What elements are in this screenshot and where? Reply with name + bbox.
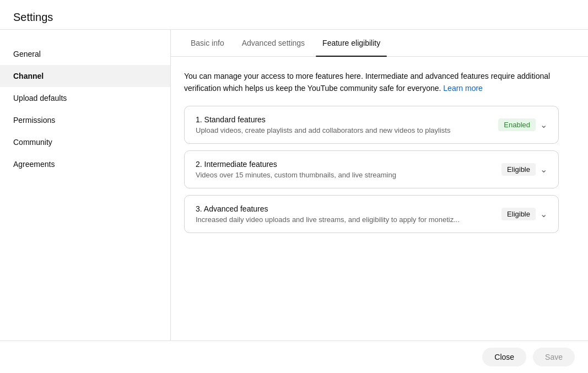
sidebar-item-label-permissions: Permissions — [13, 116, 55, 125]
sidebar: General Channel Upload defaults Permissi… — [0, 30, 171, 340]
feature-info-standard: 1. Standard features Upload videos, crea… — [196, 115, 489, 134]
description-text: You can manage your access to more featu… — [184, 70, 559, 95]
feature-title-standard: 1. Standard features — [196, 115, 489, 124]
feature-desc-standard: Upload videos, create playlists and add … — [196, 126, 489, 134]
feature-title-advanced: 3. Advanced features — [196, 204, 493, 213]
sidebar-item-upload-defaults[interactable]: Upload defaults — [0, 87, 170, 109]
feature-card-advanced[interactable]: 3. Advanced features Increased daily vid… — [184, 195, 559, 233]
sidebar-item-general[interactable]: General — [0, 43, 170, 65]
feature-status-standard: Enabled ⌄ — [498, 118, 547, 131]
feature-desc-advanced: Increased daily video uploads and live s… — [196, 215, 493, 224]
sidebar-item-permissions[interactable]: Permissions — [0, 109, 170, 131]
save-button[interactable]: Save — [533, 348, 575, 366]
close-button[interactable]: Close — [482, 348, 526, 366]
sidebar-item-community[interactable]: Community — [0, 131, 170, 153]
sidebar-item-label-channel: Channel — [13, 72, 44, 80]
main-content: General Channel Upload defaults Permissi… — [0, 30, 588, 340]
page-title: Settings — [13, 11, 53, 23]
feature-info-advanced: 3. Advanced features Increased daily vid… — [196, 204, 493, 224]
tab-basic-info[interactable]: Basic info — [184, 30, 231, 56]
tab-advanced-settings[interactable]: Advanced settings — [235, 30, 311, 56]
tab-feature-eligibility[interactable]: Feature eligibility — [316, 30, 387, 56]
feature-desc-intermediate: Videos over 15 minutes, custom thumbnail… — [196, 171, 493, 179]
sidebar-item-channel[interactable]: Channel — [0, 65, 170, 87]
feature-status-advanced: Eligible ⌄ — [501, 208, 547, 220]
tabs-bar: Basic info Advanced settings Feature eli… — [171, 30, 588, 57]
learn-more-link[interactable]: Learn more — [443, 84, 483, 93]
feature-status-intermediate: Eligible ⌄ — [501, 163, 547, 176]
feature-card-standard[interactable]: 1. Standard features Upload videos, crea… — [184, 106, 559, 144]
panel-content: You can manage your access to more featu… — [171, 57, 588, 340]
top-bar: Settings — [0, 0, 588, 30]
sidebar-item-label-general: General — [13, 50, 41, 58]
chevron-down-icon-standard: ⌄ — [540, 120, 547, 130]
sidebar-item-label-community: Community — [13, 138, 52, 147]
status-badge-intermediate: Eligible — [501, 163, 536, 176]
feature-card-intermediate[interactable]: 2. Intermediate features Videos over 15 … — [184, 150, 559, 188]
chevron-down-icon-advanced: ⌄ — [540, 209, 547, 219]
sidebar-item-label-agreements: Agreements — [13, 160, 55, 169]
status-badge-advanced: Eligible — [501, 208, 536, 220]
feature-title-intermediate: 2. Intermediate features — [196, 160, 493, 169]
footer: Close Save — [0, 340, 588, 373]
panel: Basic info Advanced settings Feature eli… — [171, 30, 588, 340]
sidebar-item-label-upload-defaults: Upload defaults — [13, 94, 67, 102]
status-badge-standard: Enabled — [498, 118, 536, 131]
feature-info-intermediate: 2. Intermediate features Videos over 15 … — [196, 160, 493, 179]
sidebar-item-agreements[interactable]: Agreements — [0, 153, 170, 175]
chevron-down-icon-intermediate: ⌄ — [540, 164, 547, 175]
